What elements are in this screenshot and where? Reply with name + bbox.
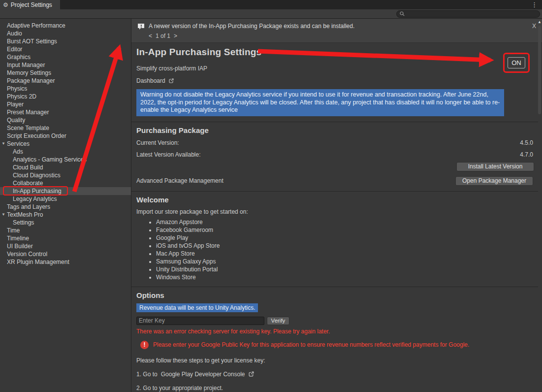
store-list-item: Mac App Store [156,250,534,258]
sidebar-item-label: UI Builder [7,242,33,250]
advanced-package-management-label: Advanced Package Management [136,177,223,184]
sidebar-item-in-app-purchasing[interactable]: In-App Purchasing [0,187,131,195]
sidebar-item-label: In-App Purchasing [13,187,62,195]
sidebar-item-settings[interactable]: Settings [0,219,131,227]
sidebar-item-label: Quality [7,116,25,124]
sidebar-item-services[interactable]: ▼Services [0,140,131,148]
simplify-iap-label: Simplify cross-platform IAP [136,65,534,72]
scrollbar-thumb[interactable] [538,26,541,114]
banner-close-button[interactable]: X [530,23,538,30]
sidebar-item-label: Script Execution Order [7,132,66,140]
verify-key-button[interactable]: Verify [267,317,289,325]
scrollbar-up-arrow[interactable]: ▲ [538,20,542,24]
sidebar-item-label: Graphics [7,53,31,61]
latest-version-label: Latest Version Available: [136,151,201,158]
sidebar-item-player[interactable]: Player [0,100,131,108]
search-field[interactable] [396,10,540,18]
sidebar-item-time[interactable]: Time [0,227,131,234]
google-key-input[interactable] [136,317,264,325]
tab-title: Project Settings [11,1,52,8]
store-list-item: Facebook Gameroom [156,226,534,234]
sidebar-item-label: Tags and Layers [7,203,50,211]
sidebar-item-physics[interactable]: Physics [0,85,131,93]
store-list-item: Samsung Galaxy Apps [156,258,534,265]
service-on-toggle[interactable]: ON [508,57,525,68]
external-link-icon[interactable] [168,78,174,84]
sidebar-item-label: Player [7,100,24,108]
current-version-value: 4.5.0 [520,139,533,146]
sidebar-item-label: TextMesh Pro [7,211,43,219]
store-list-item: Google Play [156,234,534,242]
latest-version-value: 4.7.0 [520,151,533,158]
banner-message: A newer version of the In-App Purchasing… [149,23,530,30]
sidebar-item-memory-settings[interactable]: Memory Settings [0,69,131,77]
purchasing-package-section: Purchasing Package Current Version: 4.5.… [131,122,542,191]
tab-project-settings[interactable]: ⚙ Project Settings [0,0,60,9]
options-section: Options Revenue data will be sent to Uni… [131,287,542,392]
sidebar-item-label: XR Plugin Management [7,258,69,266]
sidebar-item-label: Package Manager [7,77,55,85]
options-heading: Options [136,291,534,299]
sidebar-item-label: Timeline [7,234,29,242]
welcome-heading: Welcome [136,196,534,204]
sidebar-item-label: Legacy Analytics [13,195,57,203]
sidebar-item-cloud-build[interactable]: Cloud Build [0,163,131,171]
sidebar-item-label: Physics [7,85,27,93]
revenue-analytics-note: Revenue data will be sent to Unity Analy… [136,303,258,312]
sidebar-item-version-control[interactable]: Version Control [0,250,131,258]
sidebar-item-input-manager[interactable]: Input Manager [0,61,131,69]
sidebar-item-xr-plugin-management[interactable]: XR Plugin Management [0,258,131,266]
project-settings-window: ⚙ Project Settings ⋮ Adaptive Performanc… [0,0,542,392]
banner-prev-button[interactable]: < [149,33,152,39]
titlebar: ⚙ Project Settings ⋮ [0,0,542,9]
open-package-manager-button[interactable]: Open Package Manager [455,176,533,186]
legacy-analytics-warning-box: Warning do not disable the Legacy Analyt… [136,89,504,116]
sidebar-item-ads[interactable]: Ads [0,148,131,156]
sidebar-item-cloud-diagnostics[interactable]: Cloud Diagnostics [0,171,131,179]
search-toolbar [0,9,542,19]
current-version-label: Current Version: [136,139,179,146]
sidebar-item-package-manager[interactable]: Package Manager [0,77,131,85]
sidebar-item-analytics-gaming-services[interactable]: Analytics - Gaming Services [0,156,131,163]
store-list: Amazon AppstoreFacebook GameroomGoogle P… [136,218,534,281]
external-link-icon[interactable] [248,371,255,377]
foldout-triangle-icon[interactable]: ▼ [1,213,5,217]
search-input[interactable] [407,11,537,17]
error-icon: ! [140,341,149,349]
sidebar-item-label: Cloud Diagnostics [13,171,61,179]
sidebar-item-script-execution-order[interactable]: Script Execution Order [0,132,131,140]
sidebar-item-timeline[interactable]: Timeline [0,234,131,242]
sidebar-item-graphics[interactable]: Graphics [0,53,131,61]
info-bubble-icon [137,23,145,30]
sidebar-item-label: Editor [7,45,22,53]
sidebar-item-textmesh-pro[interactable]: ▼TextMesh Pro [0,211,131,219]
purchasing-package-heading: Purchasing Package [136,126,534,134]
sidebar-item-burst-aot-settings[interactable]: Burst AOT Settings [0,37,131,45]
sidebar-item-legacy-analytics[interactable]: Legacy Analytics [0,195,131,203]
banner-next-button[interactable]: > [174,33,177,39]
sidebar-item-label: Physics 2D [7,93,36,100]
kebab-menu-icon[interactable]: ⋮ [527,0,542,9]
store-list-item: Windows Store [156,273,534,281]
sidebar-item-scene-template[interactable]: Scene Template [0,124,131,132]
page-title: In-App Purchasing Settings [136,47,534,58]
sidebar-item-editor[interactable]: Editor [0,45,131,53]
sidebar-item-tags-and-layers[interactable]: Tags and Layers [0,203,131,211]
install-latest-version-button[interactable]: Install Latest Version [456,162,534,171]
server-error-message: There was an error checking server for e… [136,328,534,335]
sidebar-item-label: Time [7,227,20,234]
dashboard-link[interactable]: Dashboard [136,77,165,84]
store-list-item: iOS and tvOS App Store [156,242,534,250]
sidebar-item-collaborate[interactable]: Collaborate [0,179,131,187]
sidebar-item-quality[interactable]: Quality [0,116,131,124]
sidebar-item-label: Ads [13,148,23,156]
foldout-triangle-icon[interactable]: ▼ [1,142,5,146]
sidebar-item-audio[interactable]: Audio [0,30,131,37]
google-play-console-link[interactable]: Google Play Developer Console [161,371,245,378]
sidebar-item-preset-manager[interactable]: Preset Manager [0,108,131,116]
sidebar-item-physics-2d[interactable]: Physics 2D [0,93,131,100]
annotation-box-on-toggle: ON [503,53,530,73]
sidebar-item-ui-builder[interactable]: UI Builder [0,242,131,250]
google-key-error-message: Please enter your Google Public Key for … [153,341,469,348]
sidebar-item-adaptive-performance[interactable]: Adaptive Performance [0,22,131,30]
